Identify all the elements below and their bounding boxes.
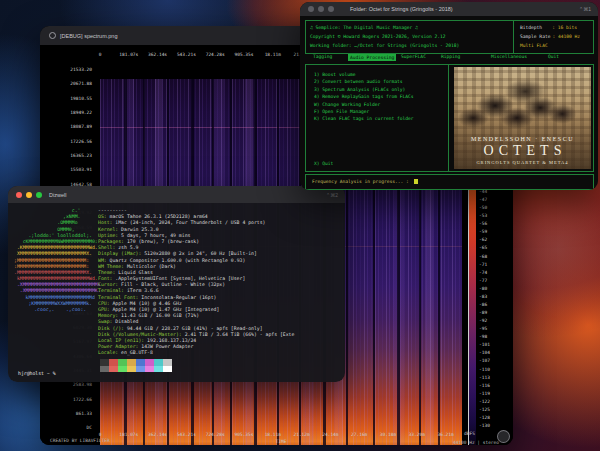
app-title: ♫ Semplice: The Digital Music Manager ♫ — [310, 24, 459, 33]
time-tick: 181.07s — [119, 52, 138, 57]
neofetch-value: 170 (brew), 7 (brew-cask) — [127, 239, 199, 244]
neofetch-label: Font: — [98, 276, 115, 281]
neofetch-value: Multicolor (Dark) — [127, 264, 176, 269]
neofetch-label: Uptime: — [98, 233, 121, 238]
neofetch-label: OS: — [98, 214, 110, 219]
palette-swatch — [127, 366, 136, 373]
menu-item[interactable]: 4) Remove ReplayGain tags from FLACs — [314, 93, 414, 100]
db-tick: -101 — [479, 342, 490, 347]
neofetch-label: Packages: — [98, 239, 127, 244]
neofetch-value: Quartz Compositor 1.600.0 (with Rectangl… — [110, 258, 246, 263]
neofetch-label: GPU: — [98, 307, 112, 312]
album-title: OCTETS — [459, 143, 591, 159]
neofetch-label: WM Theme: — [98, 264, 127, 269]
semplice-main-box: 1) Boost volume2) Convert between audio … — [305, 64, 594, 172]
status-message: Frequency Analysis in progress... : — [312, 179, 418, 184]
menu-tab-miscellaneous[interactable]: Miscellaneous — [491, 54, 527, 59]
menu-item[interactable]: F) Open File Manager — [314, 108, 414, 115]
bitdepth-label: Bitdepth — [520, 25, 542, 30]
menu-tab-audio-processing[interactable]: Audio Processing — [348, 54, 396, 61]
db-tick: -80 — [479, 286, 487, 291]
close-button[interactable] — [16, 192, 22, 198]
neofetch-label: CPU: — [98, 301, 112, 306]
menu-item[interactable]: K) Clean FLAC tags in current folder — [314, 115, 414, 122]
semplice-body: ♫ Semplice: The Digital Music Manager ♫ … — [300, 16, 598, 190]
neofetch-label: Kernel: — [98, 227, 121, 232]
frequency-tick: 17226.56 — [70, 139, 92, 144]
shell-prompt[interactable]: hjr@holst ~ % — [18, 371, 56, 377]
menu-item[interactable]: 2) Convert between audio formats — [314, 78, 414, 85]
neofetch-value: 11.43 GiB / 16.00 GiB (71%) — [121, 313, 199, 318]
terminal-color-palette — [100, 359, 172, 372]
menu-item[interactable]: 1) Boost volume — [314, 71, 414, 78]
time-tick: 0 — [99, 52, 102, 57]
time-tick: 724.28s — [206, 432, 225, 437]
neofetch-value: 192.168.137.13/24 — [147, 338, 196, 343]
semplice-titlebar[interactable]: Folder: Octet for Strings (Gringolts - 2… — [300, 2, 598, 16]
terminal-body[interactable]: c.' ,xNMM. .OMMMMo OMMM0, .;loddo:' lool… — [8, 203, 345, 382]
frequency-tick: 19810.55 — [70, 96, 92, 101]
time-tick: 543.21s — [177, 432, 196, 437]
time-tick: 18.11m — [265, 52, 281, 57]
time-tick: 27.16m — [351, 432, 367, 437]
neofetch-label: Locale: — [98, 350, 121, 355]
menu-tab-ripping[interactable]: Ripping — [441, 54, 460, 59]
palette-swatch — [118, 366, 127, 373]
minimize-button[interactable] — [26, 192, 32, 198]
neofetch-value: Inconsolata-Regular (16pt) — [141, 295, 216, 300]
menu-tab-tagging[interactable]: Tagging — [313, 54, 332, 59]
neofetch-label: Host: — [98, 220, 115, 225]
neofetch-info: ----------OS: macOS Tahoe 26.3.1 (25D212… — [98, 208, 341, 357]
menu-item-quit[interactable]: X) Quit — [314, 161, 333, 166]
window-corner-button[interactable] — [497, 430, 510, 443]
time-tick: 24.14m — [322, 432, 338, 437]
time-tick: 0 — [99, 432, 102, 437]
neofetch-value: en_GB.UTF-8 — [121, 350, 153, 355]
menu-item[interactable]: 3) Spectrum Analysis (FLACs only) — [314, 86, 414, 93]
ascii-art-line: ;MMMMMMMMMMMMMMMMMMMMMMMM: — [14, 258, 100, 264]
libavfilter-credit: CREATED BY LIBAVFILTER — [50, 438, 110, 443]
frequency-tick: 20671.88 — [70, 81, 92, 86]
zoom-button[interactable] — [36, 192, 42, 198]
frequency-tick: 15503.91 — [70, 167, 92, 172]
terminal-titlebar[interactable]: Dizwell ⌃⌘2 — [8, 186, 345, 203]
db-tick: -62 — [479, 237, 487, 242]
neofetch-label: Power Adapter: — [98, 344, 141, 349]
neofetch-value: macOS Tahoe 26.3.1 (25D2128) arm64 — [110, 214, 208, 219]
menu-tab-quit[interactable]: Quit — [548, 54, 559, 59]
frequency-tick: 21533.20 — [70, 67, 92, 72]
time-tick: 36.21m — [437, 432, 453, 437]
semplice-window: Folder: Octet for Strings (Gringolts - 2… — [300, 2, 598, 190]
neofetch-value: Disabled — [115, 319, 138, 324]
neofetch-value: iTerm 3.6.6 — [127, 288, 159, 293]
palette-swatch — [100, 366, 109, 373]
time-tick: 181.07s — [119, 432, 138, 437]
semplice-header-box: ♫ Semplice: The Digital Music Manager ♫ … — [305, 20, 594, 54]
minimize-button[interactable] — [318, 6, 324, 12]
semplice-header-left: ♫ Semplice: The Digital Music Manager ♫ … — [310, 24, 459, 50]
db-tick: -110 — [479, 367, 490, 372]
neofetch-value: zsh 5.9 — [118, 245, 138, 250]
db-tick: -107 — [479, 358, 490, 363]
time-axis-label: TIME — [100, 439, 462, 444]
time-tick: 543.21s — [177, 52, 196, 57]
neofetch-label: Theme: — [98, 270, 118, 275]
neofetch-label: Memory: — [98, 313, 121, 318]
neofetch-value: .AppleSystemUIFont [System], Helvetica [… — [115, 276, 245, 281]
menu-tab-superflac[interactable]: SuperFLAC — [401, 54, 426, 59]
time-axis-bottom: 0181.07s362.14s543.21s724.28s905.35s18.1… — [100, 432, 462, 438]
time-tick: 18.11m — [265, 432, 281, 437]
ascii-art-line: :MMMMMMMMMMMMMMMMMMMMMMMM: — [14, 264, 100, 270]
palette-swatch — [145, 366, 154, 373]
neofetch-value: 94.44 GiB / 228.27 GiB (41%) - apfs [Rea… — [127, 326, 263, 331]
menu-item[interactable]: W) Change Working Folder — [314, 101, 414, 108]
zoom-button[interactable] — [328, 6, 334, 12]
neofetch-value: Fill - Black, Outline - White (32px) — [121, 282, 225, 287]
close-button[interactable] — [308, 6, 314, 12]
ascii-art-line: .XMMMMMMMMMMMMMMMMMMMMMMMMK. — [14, 288, 100, 294]
palette-swatch — [154, 366, 163, 373]
db-tick: -98 — [479, 334, 487, 339]
image-file-icon — [49, 32, 56, 39]
palette-row — [100, 366, 172, 373]
terminal-window: Dizwell ⌃⌘2 c.' ,xNMM. .OMMMMo OMMM0, .;… — [8, 186, 345, 382]
